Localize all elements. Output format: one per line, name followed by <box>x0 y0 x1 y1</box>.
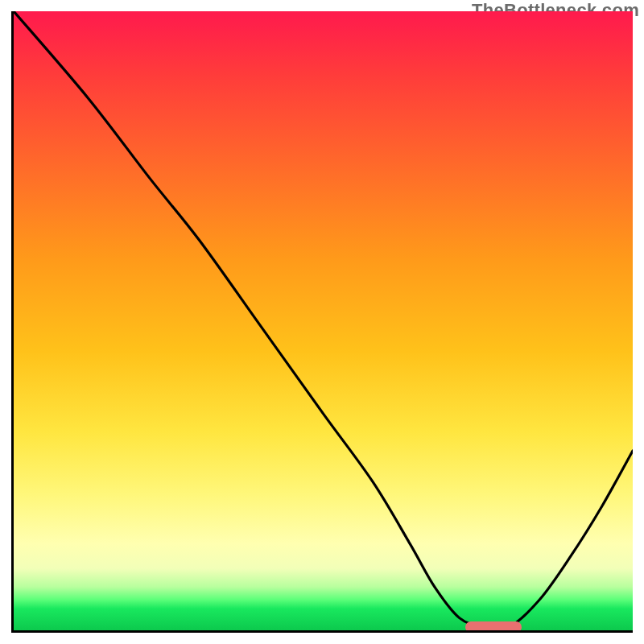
chart-container: TheBottleneck.com <box>0 0 644 644</box>
optimal-range-marker <box>465 621 521 633</box>
bottleneck-curve <box>14 11 633 630</box>
plot-area <box>11 11 633 633</box>
curve-layer <box>14 11 633 630</box>
